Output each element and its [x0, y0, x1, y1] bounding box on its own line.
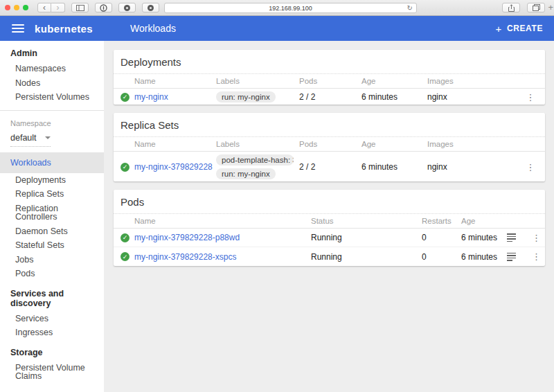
main-content: Deployments Name Labels Pods Age Images … [104, 41, 554, 392]
pods-count: 2 / 2 [299, 92, 361, 102]
extension-button-1[interactable] [95, 3, 112, 12]
age-value: 6 minutes [361, 92, 427, 102]
logs-icon[interactable] [507, 233, 516, 242]
chevron-down-icon [45, 136, 51, 139]
sidebar-item-pods[interactable]: Pods [0, 267, 104, 281]
col-age: Age [361, 77, 427, 85]
minimize-window-button[interactable] [14, 5, 19, 10]
hamburger-menu-icon[interactable] [12, 24, 24, 33]
age-value: 6 minutes [361, 162, 427, 172]
images-value: nginx [427, 92, 516, 102]
sidebar-item-daemon-sets[interactable]: Daemon Sets [0, 224, 104, 239]
new-tab-button[interactable]: + [548, 2, 553, 12]
app-logo[interactable]: kubernetes [35, 23, 93, 35]
extension-icon [123, 4, 131, 12]
share-button[interactable] [502, 3, 520, 12]
col-age: Age [461, 217, 507, 225]
status-value: Running [311, 233, 422, 242]
sidebar-item-nodes[interactable]: Nodes [0, 76, 104, 91]
card-title-deployments: Deployments [114, 50, 545, 74]
address-bar[interactable]: 192.168.99.100 [164, 3, 417, 13]
sidebar-item-persistent-volumes[interactable]: Persistent Volumes [0, 90, 104, 105]
col-labels: Labels [216, 140, 299, 148]
extension-button-2[interactable] [118, 3, 136, 12]
sidebar-item-jobs[interactable]: Jobs [0, 253, 104, 267]
table-row: my-nginx-379829228-xspcs Running 0 6 min… [114, 247, 545, 266]
sidebar-item-stateful-sets[interactable]: Stateful Sets [0, 238, 104, 253]
deployment-link[interactable]: my-nginx [134, 92, 216, 102]
replica-set-link[interactable]: my-nginx-379829228 [134, 162, 216, 172]
sidebar-item-replica-sets[interactable]: Replica Sets [0, 187, 104, 202]
reload-icon[interactable] [407, 3, 413, 12]
namespace-label: Namespace [0, 111, 104, 129]
sidebar-item-services-and-discovery[interactable]: Services and discovery [0, 281, 104, 312]
col-images: Images [427, 140, 516, 148]
extension-button-3[interactable] [142, 3, 159, 12]
replica-sets-card: Replica Sets Name Labels Pods Age Images… [114, 113, 545, 181]
row-menu-icon[interactable] [528, 251, 545, 262]
sidebar-icon [76, 5, 84, 11]
create-button[interactable]: CREATE [496, 23, 543, 35]
status-value: Running [311, 252, 422, 262]
col-labels: Labels [216, 77, 299, 85]
sidebar-item-storage[interactable]: Storage [0, 340, 104, 361]
age-value: 6 minutes [461, 252, 507, 262]
page-title: Workloads [130, 23, 176, 34]
pod-link[interactable]: my-nginx-379829228-xspcs [134, 252, 311, 262]
col-pods: Pods [299, 140, 361, 148]
sidebar-toggle-button[interactable] [71, 3, 89, 12]
sidebar-item-replication-controllers[interactable]: Replication Controllers [0, 202, 104, 224]
pods-card: Pods Name Status Restarts Age my-nginx-3… [114, 190, 545, 266]
extension-icon [147, 4, 154, 12]
label-chip: pod-template-hash: 37... [216, 154, 294, 166]
sidebar-item-namespaces[interactable]: Namespaces [0, 62, 104, 76]
show-all-tabs-button[interactable] [527, 3, 545, 12]
col-name: Name [134, 217, 311, 225]
status-ok-icon [120, 163, 129, 172]
col-status: Status [311, 217, 422, 225]
sidebar-item-persistent-volume-claims[interactable]: Persistent Volume Claims [0, 361, 104, 384]
status-ok-icon [120, 93, 129, 102]
app-header: kubernetes Workloads CREATE [0, 16, 554, 41]
close-window-button[interactable] [5, 5, 10, 10]
col-pods: Pods [299, 77, 361, 85]
col-name: Name [134, 140, 216, 148]
col-name: Name [134, 77, 216, 85]
tabs-overview-icon [533, 4, 540, 11]
deployments-header-row: Name Labels Pods Age Images [114, 74, 545, 89]
sidebar-item-services[interactable]: Services [0, 312, 104, 326]
card-title-pods: Pods [114, 190, 545, 214]
images-value: nginx [427, 162, 516, 172]
status-ok-icon [120, 252, 129, 261]
sidebar-item-deployments[interactable]: Deployments [0, 173, 104, 188]
sidebar-item-config[interactable]: Config [0, 384, 104, 392]
pods-count: 2 / 2 [299, 162, 361, 172]
row-menu-icon[interactable] [516, 92, 545, 103]
row-menu-icon[interactable] [528, 233, 545, 243]
col-age: Age [361, 140, 427, 148]
pod-link[interactable]: my-nginx-379829228-p88wd [134, 233, 311, 242]
logs-icon[interactable] [507, 253, 516, 261]
table-row: my-nginx-379829228 pod-template-hash: 37… [114, 152, 545, 181]
restarts-value: 0 [422, 233, 461, 242]
namespace-select[interactable]: default [10, 133, 51, 147]
circle-badge-icon [100, 4, 107, 12]
sidebar-item-workloads[interactable]: Workloads [0, 152, 104, 173]
sidebar-item-ingresses[interactable]: Ingresses [0, 326, 104, 340]
url-text: 192.168.99.100 [269, 5, 312, 12]
label-chip: run: my-nginx [216, 91, 276, 103]
window-controls [5, 5, 28, 10]
label-chip: run: my-nginx [216, 168, 276, 179]
zoom-window-button[interactable] [23, 5, 28, 10]
sidebar-item-admin[interactable]: Admin [0, 41, 104, 62]
deployments-card: Deployments Name Labels Pods Age Images … [114, 50, 545, 105]
plus-icon [496, 23, 502, 35]
row-menu-icon[interactable] [516, 162, 545, 172]
col-restarts: Restarts [422, 217, 461, 225]
restarts-value: 0 [422, 252, 461, 262]
table-row: my-nginx run: my-nginx 2 / 2 6 minutes n… [114, 89, 545, 105]
back-button[interactable] [37, 3, 51, 12]
sidebar: Admin Namespaces Nodes Persistent Volume… [0, 41, 104, 392]
forward-button[interactable] [51, 3, 65, 12]
share-icon [508, 4, 515, 12]
